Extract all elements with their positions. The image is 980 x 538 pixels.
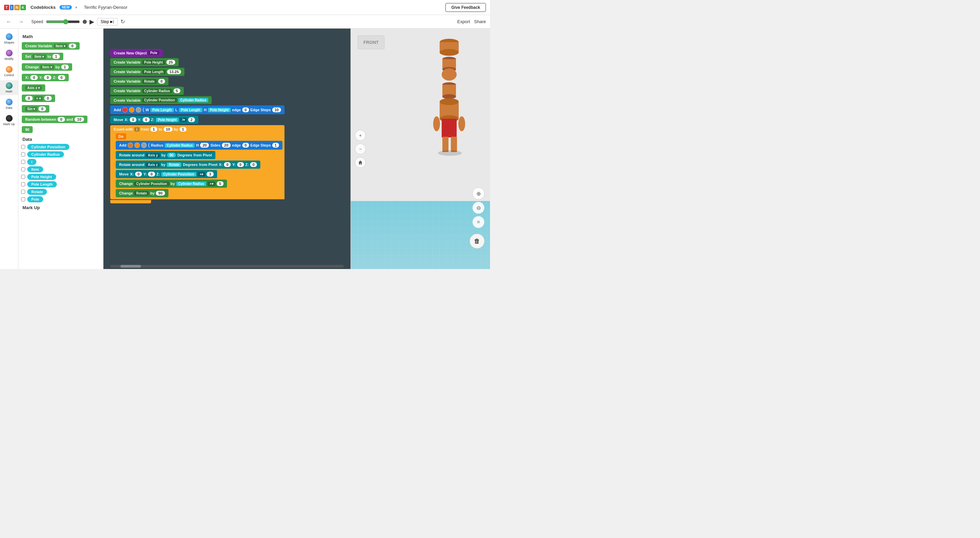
count-block[interactable]: Count with i from 1 to 10 by 1 Do <box>110 125 285 203</box>
move2-op-dropdown[interactable]: +▾ <box>198 172 205 176</box>
pole-checkbox[interactable] <box>21 197 25 202</box>
fit-button[interactable]: = <box>472 216 485 228</box>
rotate2-block[interactable]: Rotate around Axis z by Rotate Degrees f… <box>116 160 285 169</box>
zoom-out-button[interactable]: ⊖ <box>472 202 485 214</box>
item-checkbox[interactable] <box>21 167 25 171</box>
rotate1-block[interactable]: Rotate around Axis y by 90 Degrees from … <box>116 151 285 159</box>
rotate2-y: 0 <box>237 162 244 167</box>
share-button[interactable]: Share <box>474 19 486 24</box>
op-dropdown[interactable]: + ▾ <box>34 96 43 101</box>
cv-cyl-pos-block[interactable]: Create Variable Cylinder Posisition Cyli… <box>110 96 285 104</box>
add1-block[interactable]: Add 〈 W Pole Length L Pole Length H Pole… <box>110 105 285 114</box>
ninety-block[interactable]: 90 <box>21 125 100 134</box>
rotate2-axis-dropdown[interactable]: Axis z <box>146 163 160 167</box>
sidebar-item-math[interactable]: Math <box>0 80 18 95</box>
back-button[interactable]: ← <box>4 18 14 25</box>
object-type-dropdown[interactable]: Pole <box>148 51 159 55</box>
dropdown-icon[interactable]: ▾ <box>75 5 77 10</box>
item-dropdown[interactable]: Item ▾ <box>54 44 67 48</box>
sidebar-item-markup[interactable]: Mark Up <box>0 113 18 128</box>
create-new-object-block[interactable]: Create New Object Pole <box>110 49 285 57</box>
cv3-var-dropdown[interactable]: Rotate <box>142 79 157 84</box>
i-checkbox[interactable] <box>21 160 25 164</box>
cv-pole-length-block[interactable]: Create Variable Pole Length 13.25 <box>110 68 285 76</box>
zoom-out-3d-button[interactable]: − <box>355 143 366 154</box>
change1-ref: Cylinder Radius <box>176 182 206 186</box>
math-section-title: Math <box>22 34 100 39</box>
change1-block[interactable]: Change Cylinder Posisition by Cylinder R… <box>116 179 285 188</box>
canvas-area[interactable]: Create New Object Pole Create Variable P… <box>103 29 490 269</box>
export-button[interactable]: Export <box>457 19 470 24</box>
cylinder-radius-pill[interactable]: Cylinder Radius <box>27 151 64 157</box>
change2-var-dropdown[interactable]: Rotate <box>134 191 149 195</box>
cylinder-pos-pill[interactable]: Cylinder Posisition <box>27 144 69 150</box>
create-variable-block[interactable]: Create Variable Item ▾ 0 <box>21 41 100 51</box>
axis-block[interactable]: Axis x ▾ <box>21 83 100 92</box>
xyz-block[interactable]: X: 0 Y: 0 Z: 0 <box>21 73 100 82</box>
move2-block[interactable]: Move X: 0 Y: 0 Z: Cylinder Posisition +▾… <box>116 170 285 178</box>
set-to-label: to <box>47 54 51 59</box>
add2-block[interactable]: Add 〈 Radius Cylinder Radius H 20 Sides … <box>116 141 285 150</box>
cv4-var-dropdown[interactable]: Cylinder Radius <box>142 89 172 93</box>
give-feedback-button[interactable]: Give Feedback <box>445 3 486 12</box>
forward-button[interactable]: → <box>16 18 26 25</box>
project-title[interactable]: Terrific Fyyran-Densor <box>84 5 127 10</box>
sin-block[interactable]: Sin ▾ 0 <box>21 104 100 114</box>
toolbar: ← → Speed ▶ Step ▶| ↻ Export Share <box>0 15 490 29</box>
axis-dropdown[interactable]: Axis x ▾ <box>25 86 42 90</box>
blocks-panel: Math Create Variable Item ▾ 0 Set Item ▾… <box>18 29 103 269</box>
sin-dropdown[interactable]: Sin ▾ <box>25 107 37 111</box>
change-block[interactable]: Change Item ▾ by 1 <box>21 62 100 72</box>
cv2-var-dropdown[interactable]: Pole Length <box>142 70 166 74</box>
random-block[interactable]: Random between 0 and 10 <box>21 114 100 124</box>
rotate1-val: 90 <box>167 153 176 157</box>
rotate-checkbox[interactable] <box>21 190 25 194</box>
set-var-dropdown[interactable]: Item ▾ <box>32 54 46 59</box>
change1-var-dropdown[interactable]: Cylinder Posisition <box>134 182 169 186</box>
home-3d-button[interactable] <box>355 157 366 168</box>
svg-point-12 <box>440 98 459 105</box>
move1-block[interactable]: Move X: 0 Y: 0 Z: Pole Height /▾ 2 <box>110 116 285 124</box>
rotate1-axis-dropdown[interactable]: Axis y <box>146 153 160 157</box>
cylinder-radius-checkbox[interactable] <box>21 152 25 156</box>
move1-op-dropdown[interactable]: /▾ <box>180 117 187 122</box>
change1-op-dropdown[interactable]: +▾ <box>208 182 215 186</box>
set-block[interactable]: Set Item ▾ to 1 <box>21 52 100 61</box>
zoom-in-button[interactable]: ⊕ <box>472 187 485 200</box>
change-var-dropdown[interactable]: Item ▾ <box>40 65 54 69</box>
sidebar-item-data[interactable]: Data <box>0 97 18 111</box>
change2-block[interactable]: Change Rotate by 90 <box>116 189 285 197</box>
pole-height-checkbox[interactable] <box>21 175 25 179</box>
cv-cyl-radius-block[interactable]: Create Variable Cylinder Radius 5 <box>110 87 285 95</box>
pole-height-pill[interactable]: Pole Height <box>27 174 56 180</box>
sidebar-item-modify[interactable]: Modify <box>0 48 18 63</box>
move1-y-label: Y: <box>138 117 141 122</box>
item-pill[interactable]: Item <box>27 166 43 172</box>
zoom-in-3d-button[interactable]: + <box>355 130 366 141</box>
app-name: Codeblocks <box>30 5 56 10</box>
cv-rotate-block[interactable]: Create Variable Rotate 0 <box>110 77 285 86</box>
rotate-pill[interactable]: Rotate <box>27 189 47 195</box>
pole-length-pill[interactable]: Pole Length <box>27 181 57 187</box>
i-pill[interactable]: i <box>27 159 37 165</box>
speed-slider[interactable] <box>46 19 80 24</box>
bottom-scrollbar-thumb[interactable] <box>121 265 141 268</box>
math-op-block[interactable]: 0 + ▾ 0 <box>21 94 100 103</box>
sidebar-item-control[interactable]: Control <box>0 64 18 79</box>
count-var-dropdown[interactable]: i <box>134 127 140 132</box>
add2-lt: 〈 <box>148 143 150 148</box>
play-button[interactable]: ▶ <box>89 18 94 25</box>
pole-length-checkbox[interactable] <box>21 182 25 186</box>
cv1-var-dropdown[interactable]: Pole Height <box>142 60 165 65</box>
cv5-var-dropdown[interactable]: Cylinder Posisition <box>142 98 177 102</box>
add2-edge-label: edge <box>232 143 241 147</box>
add1-steps-label: Edge Steps <box>250 108 271 112</box>
svg-point-19 <box>438 150 462 156</box>
pole-pill[interactable]: Pole <box>27 196 43 202</box>
trash-button[interactable]: 🗑 <box>469 233 485 249</box>
sidebar-item-shapes[interactable]: Shapes <box>0 31 18 46</box>
reset-button[interactable]: ↻ <box>121 18 125 25</box>
step-button[interactable]: Step ▶| <box>97 18 118 25</box>
cylinder-pos-checkbox[interactable] <box>21 145 25 149</box>
cv-pole-height-block[interactable]: Create Variable Pole Height 25 <box>110 58 285 66</box>
